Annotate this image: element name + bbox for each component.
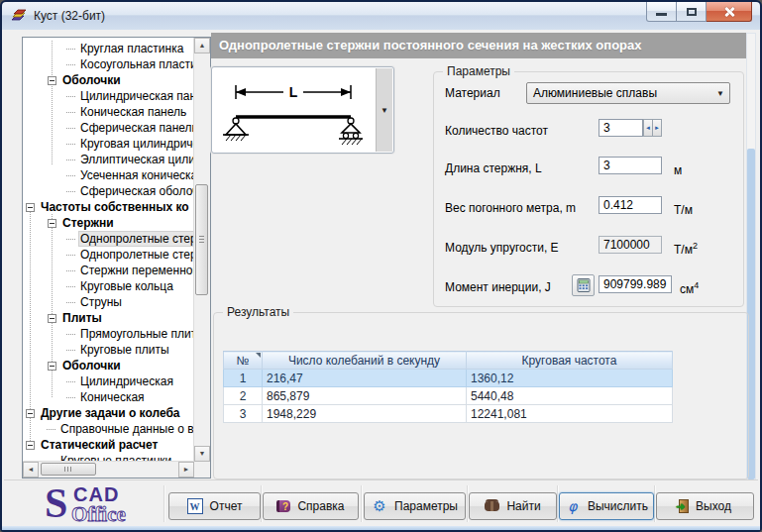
- app-icon: [10, 8, 28, 24]
- tree-item[interactable]: Оболочки: [23, 72, 194, 88]
- collapse-icon[interactable]: [26, 203, 35, 212]
- tree-item[interactable]: Косоугольная пласти: [23, 56, 194, 72]
- tree-item-label: Коническая: [78, 390, 147, 404]
- tree-hscroll-thumb[interactable]: [41, 463, 96, 476]
- tree-item[interactable]: Эллиптическая цилин: [23, 152, 194, 167]
- calculator-button[interactable]: [572, 274, 595, 296]
- parameters-button[interactable]: Параметры: [364, 492, 466, 520]
- tree-connector: [66, 302, 75, 303]
- material-combobox[interactable]: Алюминиевые сплавы ▼: [526, 82, 730, 104]
- column-header-number[interactable]: №: [224, 352, 263, 370]
- tree-item-label: Круговые плиты: [78, 343, 171, 357]
- collapse-icon[interactable]: [48, 219, 56, 228]
- tree-item[interactable]: Коническая: [23, 389, 194, 405]
- tree-connector: [66, 144, 75, 145]
- tree-item[interactable]: Однопролетные стер: [23, 231, 194, 247]
- tree-item[interactable]: Коническая панель: [23, 104, 194, 120]
- results-tbody: 1 216,47 1360,12 2 865,879 5440,48 3 194…: [224, 370, 673, 423]
- tree-item[interactable]: Круговая цилиндриче: [23, 136, 194, 152]
- tree-connector: [66, 239, 75, 240]
- tree-item[interactable]: Цилиндрическая пане: [23, 88, 194, 104]
- tree-item[interactable]: Круговые кольца: [23, 278, 194, 294]
- chevron-down-icon: ▼: [381, 106, 388, 115]
- table-row[interactable]: 2 865,879 5440,48: [224, 387, 673, 405]
- titlebar[interactable]: Куст (32-бит): [2, 2, 760, 30]
- tree-connector: [66, 381, 75, 382]
- frequency-cell: 216,47: [263, 370, 467, 387]
- tree-item[interactable]: Круглая пластинка: [23, 41, 194, 56]
- tree-item-label: Круглая пластинка: [78, 42, 185, 55]
- table-row[interactable]: 3 1948,229 12241,081: [224, 405, 673, 423]
- toolbar-buttons: Отчет Справка Параметры Найти Вычислить …: [4, 481, 758, 526]
- tree-item[interactable]: Цилиндрическая: [23, 373, 194, 389]
- tree-item-label: Стержни переменног: [78, 264, 194, 277]
- exit-button[interactable]: Выход: [656, 492, 754, 520]
- tree-connector: [66, 255, 75, 256]
- frequency-count-stepper[interactable]: ◄ ►: [643, 119, 662, 137]
- tree-item-label: Частоты собственных ко: [39, 200, 191, 214]
- report-button[interactable]: Отчет: [168, 492, 261, 520]
- tree-item[interactable]: Сферическая оболоч: [23, 183, 194, 199]
- tree-connector: [66, 128, 75, 129]
- tree-connector: [66, 175, 75, 176]
- collapse-icon[interactable]: [26, 409, 35, 418]
- scroll-down-icon[interactable]: ▼: [194, 446, 210, 462]
- tree-item[interactable]: Усеченная коническа: [23, 167, 194, 183]
- close-button[interactable]: [707, 2, 752, 22]
- scroll-left-icon[interactable]: ◄: [23, 462, 39, 478]
- frequency-count-label: Количество частот: [445, 124, 548, 138]
- column-header-circular[interactable]: Круговая частота: [467, 352, 673, 370]
- column-header-frequency[interactable]: Число колебаний в секунду: [263, 352, 467, 370]
- tree-item[interactable]: Статический расчет: [23, 437, 194, 453]
- tree-connector: [66, 334, 75, 335]
- tree-item[interactable]: Прямоугольные плит: [23, 326, 194, 342]
- tree-item[interactable]: Сферическая панель: [23, 120, 194, 136]
- rod-length-input[interactable]: [599, 157, 662, 174]
- scroll-right-icon[interactable]: ►: [178, 462, 194, 478]
- tree-item[interactable]: Струны: [23, 294, 194, 310]
- tree-vertical-scrollbar[interactable]: ▲ ▼: [193, 38, 210, 462]
- button-label: Вычислить: [588, 499, 648, 513]
- tree-item[interactable]: Оболочки: [23, 358, 194, 373]
- spinner-right-icon[interactable]: ►: [653, 119, 662, 137]
- tree-item[interactable]: Стержни переменног: [23, 263, 194, 278]
- collapse-icon[interactable]: [26, 441, 35, 450]
- results-group: Результаты № Число колебаний в секунду К…: [213, 312, 749, 479]
- tree-item-label: Усеченная коническа: [78, 168, 194, 182]
- collapse-icon[interactable]: [48, 314, 56, 323]
- spinner-left-icon[interactable]: ◄: [643, 119, 653, 137]
- tree-item[interactable]: Круговые плиты: [23, 342, 194, 358]
- weight-per-meter-input[interactable]: [599, 196, 662, 214]
- maximize-button[interactable]: [677, 2, 707, 22]
- tree-connector: [66, 286, 75, 287]
- tree-item[interactable]: Плиты: [23, 310, 194, 326]
- tree-item[interactable]: Однопролетные стер: [23, 247, 194, 263]
- scroll-up-icon[interactable]: ▲: [194, 38, 210, 53]
- tree-items: Круглая пластинка Косоугольная пласти Об…: [23, 38, 194, 462]
- tree-item-label: Однопролетные стер: [78, 231, 194, 247]
- compute-button[interactable]: Вычислить: [559, 492, 654, 520]
- tree-vscroll-thumb[interactable]: [195, 184, 208, 295]
- help-button[interactable]: Справка: [263, 492, 359, 520]
- table-row[interactable]: 1 216,47 1360,12: [224, 370, 673, 387]
- collapse-icon[interactable]: [48, 76, 56, 85]
- tree-horizontal-scrollbar[interactable]: ◄ ►: [23, 461, 194, 478]
- circular-frequency-cell: 5440,48: [467, 387, 673, 405]
- frequency-count-input[interactable]: [599, 119, 643, 137]
- tree-item[interactable]: Справочные данные о вн: [23, 421, 194, 437]
- tree-item[interactable]: Частоты собственных ко: [23, 199, 194, 215]
- window-bottom-edge: [2, 526, 760, 530]
- tree-item[interactable]: Другие задачи о колеба: [23, 405, 194, 421]
- navigation-tree: Круглая пластинка Косоугольная пласти Об…: [22, 37, 211, 479]
- collapse-icon[interactable]: [48, 362, 56, 371]
- circular-frequency-cell: 12241,081: [467, 405, 673, 423]
- find-button[interactable]: Найти: [469, 492, 557, 520]
- scheme-picture[interactable]: L: [211, 66, 394, 154]
- minimize-icon: [656, 13, 667, 16]
- scheme-dropdown-button[interactable]: ▼: [376, 68, 392, 152]
- minimize-button[interactable]: [646, 2, 677, 22]
- rod-length-label: Длина стержня, L: [445, 161, 542, 175]
- moment-of-inertia-input[interactable]: [599, 275, 672, 293]
- tree-item[interactable]: Стержни: [23, 215, 194, 231]
- tree-item-label: Оболочки: [60, 359, 123, 372]
